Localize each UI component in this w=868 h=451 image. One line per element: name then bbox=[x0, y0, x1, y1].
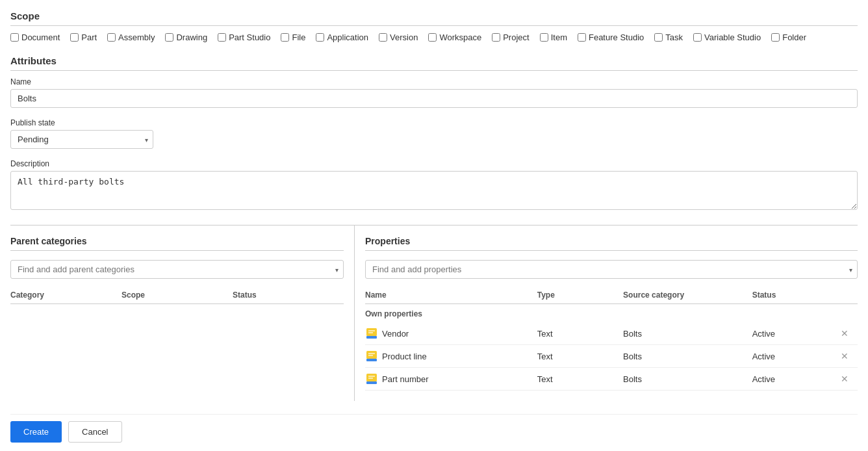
checkbox-input-folder[interactable] bbox=[771, 33, 780, 42]
checkbox-input-variablestudio[interactable] bbox=[693, 33, 702, 42]
remove-property-button[interactable]: ✕ bbox=[838, 328, 851, 339]
parent-categories-search[interactable] bbox=[10, 260, 344, 279]
parent-col-status: Status bbox=[233, 290, 344, 300]
table-row: VendorTextBoltsActive✕ bbox=[365, 322, 858, 345]
svg-rect-8 bbox=[366, 374, 377, 381]
scope-checkbox-file[interactable]: File bbox=[281, 32, 305, 42]
checkbox-input-partstudio[interactable] bbox=[218, 33, 226, 42]
name-input[interactable] bbox=[10, 89, 858, 108]
properties-panel: Properties ▾ Name Type Source category S… bbox=[355, 226, 858, 401]
table-row: Product lineTextBoltsActive✕ bbox=[365, 345, 858, 368]
attributes-title: Attributes bbox=[10, 55, 858, 71]
checkbox-label-drawing: Drawing bbox=[176, 32, 207, 42]
prop-action-cell: ✕ bbox=[838, 374, 858, 384]
scope-checkbox-folder[interactable]: Folder bbox=[771, 32, 806, 42]
checkbox-label-variablestudio: Variable Studio bbox=[704, 32, 761, 42]
checkbox-input-application[interactable] bbox=[316, 33, 324, 42]
checkbox-input-assembly[interactable] bbox=[107, 33, 116, 42]
svg-rect-1 bbox=[366, 336, 377, 339]
prop-col-name: Name bbox=[365, 290, 537, 300]
description-label: Description bbox=[10, 159, 858, 168]
description-input[interactable] bbox=[10, 171, 858, 210]
checkbox-label-task: Task bbox=[665, 32, 683, 42]
attributes-section: Attributes Name Publish state PendingAct… bbox=[10, 55, 858, 212]
remove-property-button[interactable]: ✕ bbox=[838, 351, 851, 361]
checkbox-input-part[interactable] bbox=[70, 33, 79, 42]
publish-state-select[interactable]: PendingActiveObsolete bbox=[10, 130, 153, 149]
property-icon bbox=[365, 327, 378, 340]
prop-col-action bbox=[838, 290, 858, 300]
prop-action-cell: ✕ bbox=[838, 328, 858, 339]
scope-checkbox-featurestudio[interactable]: Feature Studio bbox=[578, 32, 644, 42]
scope-checkboxes: DocumentPartAssemblyDrawingPart StudioFi… bbox=[10, 32, 858, 42]
properties-search[interactable] bbox=[365, 260, 858, 279]
publish-state-wrapper: PendingActiveObsolete ▾ bbox=[10, 130, 153, 149]
properties-dropdown[interactable]: ▾ bbox=[365, 260, 858, 279]
checkbox-input-task[interactable] bbox=[654, 33, 663, 42]
scope-checkbox-workspace[interactable]: Workspace bbox=[428, 32, 481, 42]
prop-name: Part number bbox=[382, 374, 429, 384]
scope-checkbox-application[interactable]: Application bbox=[316, 32, 368, 42]
prop-source: Bolts bbox=[623, 352, 752, 361]
prop-col-status: Status bbox=[752, 290, 838, 300]
checkbox-input-version[interactable] bbox=[379, 33, 387, 42]
publish-state-label: Publish state bbox=[10, 118, 858, 127]
cancel-button[interactable]: Cancel bbox=[68, 421, 121, 443]
prop-name: Product line bbox=[382, 352, 427, 361]
description-field-group: Description bbox=[10, 159, 858, 212]
checkbox-label-doc: Document bbox=[21, 32, 60, 42]
checkbox-label-item: Item bbox=[551, 32, 567, 42]
property-icon bbox=[365, 350, 378, 363]
checkbox-input-workspace[interactable] bbox=[428, 33, 437, 42]
checkbox-input-item[interactable] bbox=[540, 33, 548, 42]
checkbox-input-doc[interactable] bbox=[10, 33, 19, 42]
prop-source: Bolts bbox=[623, 374, 752, 384]
two-panel: Parent categories ▾ Category Scope Statu… bbox=[10, 225, 858, 401]
checkbox-input-file[interactable] bbox=[281, 33, 289, 42]
prop-status: Active bbox=[752, 374, 838, 384]
svg-rect-5 bbox=[366, 359, 377, 361]
parent-col-category: Category bbox=[10, 290, 121, 300]
scope-checkbox-assembly[interactable]: Assembly bbox=[107, 32, 155, 42]
prop-col-type: Type bbox=[537, 290, 623, 300]
prop-type: Text bbox=[537, 329, 623, 339]
prop-name-cell: Part number bbox=[365, 372, 537, 385]
scope-title: Scope bbox=[10, 10, 858, 26]
prop-name: Vendor bbox=[382, 329, 409, 339]
parent-categories-title: Parent categories bbox=[10, 236, 344, 251]
scope-checkbox-item[interactable]: Item bbox=[540, 32, 567, 42]
checkbox-label-partstudio: Part Studio bbox=[229, 32, 270, 42]
parent-col-scope: Scope bbox=[121, 290, 233, 300]
svg-rect-9 bbox=[366, 381, 377, 384]
checkbox-label-part: Part bbox=[81, 32, 97, 42]
scope-checkbox-partstudio[interactable]: Part Studio bbox=[218, 32, 270, 42]
scope-checkbox-drawing[interactable]: Drawing bbox=[165, 32, 207, 42]
scope-checkbox-doc[interactable]: Document bbox=[10, 32, 60, 42]
prop-action-cell: ✕ bbox=[838, 351, 858, 361]
checkbox-input-drawing[interactable] bbox=[165, 33, 173, 42]
prop-name-cell: Vendor bbox=[365, 327, 537, 340]
checkbox-label-project: Project bbox=[503, 32, 529, 42]
scope-checkbox-version[interactable]: Version bbox=[379, 32, 418, 42]
table-row: Part numberTextBoltsActive✕ bbox=[365, 368, 858, 391]
bottom-actions: Create Cancel bbox=[10, 414, 858, 443]
prop-type: Text bbox=[537, 374, 623, 384]
prop-status: Active bbox=[752, 329, 838, 339]
scope-checkbox-variablestudio[interactable]: Variable Studio bbox=[693, 32, 761, 42]
parent-categories-dropdown[interactable]: ▾ bbox=[10, 260, 344, 279]
checkbox-label-folder: Folder bbox=[782, 32, 806, 42]
checkbox-input-project[interactable] bbox=[492, 33, 500, 42]
svg-rect-0 bbox=[366, 328, 377, 336]
property-icon bbox=[365, 372, 378, 385]
create-button[interactable]: Create bbox=[10, 421, 62, 443]
checkbox-input-featurestudio[interactable] bbox=[578, 33, 586, 42]
scope-checkbox-task[interactable]: Task bbox=[654, 32, 683, 42]
scope-checkbox-part[interactable]: Part bbox=[70, 32, 97, 42]
scope-section: Scope DocumentPartAssemblyDrawingPart St… bbox=[10, 10, 858, 42]
checkbox-label-assembly: Assembly bbox=[118, 32, 155, 42]
remove-property-button[interactable]: ✕ bbox=[838, 374, 851, 384]
checkbox-label-workspace: Workspace bbox=[439, 32, 481, 42]
name-label: Name bbox=[10, 77, 858, 86]
checkbox-label-file: File bbox=[292, 32, 305, 42]
scope-checkbox-project[interactable]: Project bbox=[492, 32, 529, 42]
